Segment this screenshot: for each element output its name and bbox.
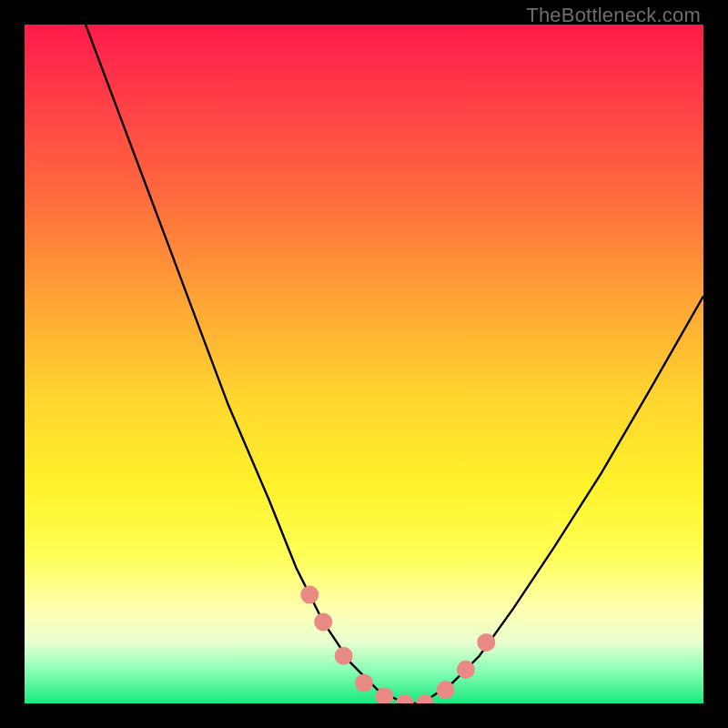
marker-f: [396, 694, 414, 703]
marker-c: [335, 647, 353, 665]
watermark-text: TheBottleneck.com: [526, 4, 701, 27]
marker-i: [457, 661, 475, 679]
chart-frame: TheBottleneck.com: [0, 0, 728, 728]
bottleneck-chart-svg: [25, 25, 703, 703]
chart-plot-area: [25, 25, 703, 703]
bottleneck-curve: [86, 25, 703, 703]
curve-markers: [300, 586, 495, 703]
marker-h: [437, 681, 455, 699]
marker-b: [314, 613, 332, 632]
marker-d: [355, 674, 373, 693]
marker-a: [300, 586, 318, 604]
marker-j: [477, 633, 495, 652]
